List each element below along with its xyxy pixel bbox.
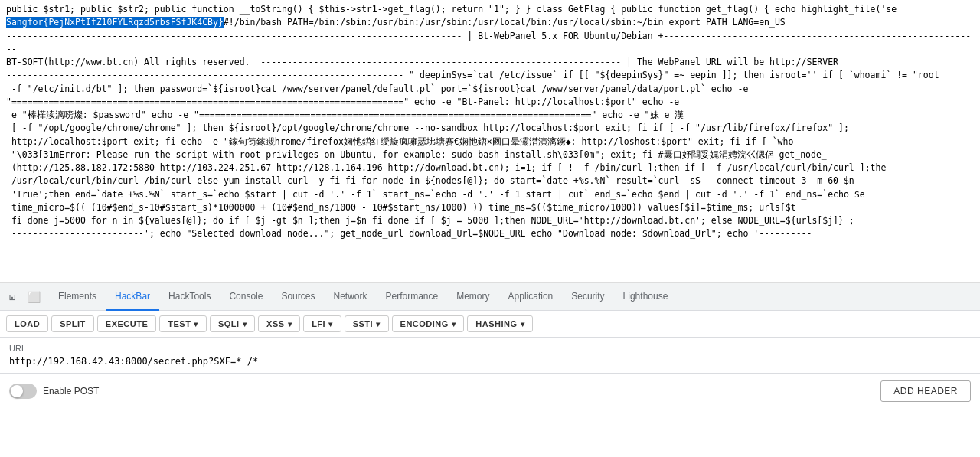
code-line-17: -------------------------'; echo "Select… (6, 227, 974, 240)
code-line-3: ----------------------------------------… (6, 30, 974, 57)
sqli-button[interactable]: SQLI ▾ (210, 315, 255, 332)
xss-arrow: ▾ (288, 320, 292, 328)
device-icon[interactable]: ⬜ (24, 288, 43, 306)
tab-network[interactable]: Network (324, 283, 376, 311)
code-line-10: http://localhost:$port exit; fi echo -e … (6, 135, 974, 149)
load-button[interactable]: LOAD (6, 315, 48, 332)
code-line-16: fi done j=5000 for n in ${values[@]}; do… (6, 214, 974, 227)
hackbar-toolbar: LOAD SPLIT EXECUTE TEST ▾ SQLI ▾ XSS ▾ L… (0, 311, 980, 338)
enable-post-toggle[interactable] (9, 384, 37, 399)
code-line-1: public $str1; public $str2; public funct… (6, 3, 974, 16)
code-line-2: Sangfor{PejNxPtIfZ10FYLRqzd5rbsFSfJK4CBy… (6, 16, 974, 29)
tab-memory[interactable]: Memory (447, 283, 498, 311)
hashing-button[interactable]: HASHING ▾ (467, 315, 533, 332)
code-line-11: "\033[31mError: Please run the script wi… (6, 149, 974, 162)
lfi-button[interactable]: LFI ▾ (303, 315, 341, 332)
url-section: URL http://192.168.42.43:8000/secret.php… (0, 338, 980, 374)
code-line-15: time_micro=$(( (10#$end_s-10#$start_s)*1… (6, 201, 974, 214)
sqli-arrow: ▾ (243, 320, 247, 328)
cursor-icon[interactable]: ⊡ (3, 288, 21, 306)
code-area: public $str1; public $str2; public funct… (0, 0, 980, 283)
tab-console[interactable]: Console (220, 283, 272, 311)
code-line-14: 'True';then end=`date +%s.%N` start_s=`e… (6, 188, 974, 201)
footer-section: Enable POST ADD HEADER (0, 374, 980, 408)
code-line-12: (http://125.88.182.172:5880 http://103.2… (6, 162, 974, 175)
split-button[interactable]: SPLIT (51, 315, 94, 332)
code-line-9: [ -f "/opt/google/chrome/chrome" ]; then… (6, 122, 974, 135)
tab-hacktools[interactable]: HackTools (159, 283, 220, 311)
ssti-arrow: ▾ (376, 320, 381, 328)
toggle-label: Enable POST (43, 386, 99, 397)
devtools-icon-group: ⊡ ⬜ (3, 288, 43, 306)
code-line-5: ----------------------------------------… (6, 69, 974, 82)
tab-hackbar[interactable]: HackBar (106, 283, 159, 311)
code-line-4: BT-SOFT(http://www.bt.cn) All rights res… (6, 56, 974, 69)
add-header-button[interactable]: ADD HEADER (880, 380, 971, 402)
url-label: URL (9, 344, 971, 353)
test-button[interactable]: TEST ▾ (159, 315, 207, 332)
code-line-8: e "棒樺渎漓嗙燦: $password" echo -e "=========… (6, 109, 974, 122)
encoding-button[interactable]: ENCODING ▾ (392, 315, 465, 332)
code-line-13: /usr/local/curl/bin/curl /bin/curl else … (6, 175, 974, 188)
toggle-knob (11, 385, 23, 397)
test-arrow: ▾ (194, 320, 198, 328)
tab-sources[interactable]: Sources (272, 283, 324, 311)
xss-button[interactable]: XSS ▾ (258, 315, 300, 332)
encoding-arrow: ▾ (452, 320, 456, 328)
devtools-tabs-bar: ⊡ ⬜ Elements HackBar HackTools Console S… (0, 283, 980, 311)
tab-application[interactable]: Application (499, 283, 563, 311)
toggle-container: Enable POST (9, 384, 99, 399)
ssti-button[interactable]: SSTI ▾ (345, 315, 389, 332)
highlight-text: Sangfor{PejNxPtIfZ10FYLRqzd5rbsFSfJK4CBy… (6, 17, 224, 28)
code-line-6: -f "/etc/init.d/bt" ]; then password=`${… (6, 83, 974, 96)
lfi-arrow: ▾ (328, 320, 333, 328)
tab-elements[interactable]: Elements (49, 283, 106, 311)
tab-performance[interactable]: Performance (376, 283, 447, 311)
hashing-arrow: ▾ (521, 320, 525, 328)
execute-button[interactable]: EXECUTE (97, 315, 156, 332)
url-value: http://192.168.42.43:8000/secret.php?SXF… (9, 356, 971, 367)
tab-lighthouse[interactable]: Lighthouse (614, 283, 678, 311)
code-line-7: "=======================================… (6, 96, 974, 109)
tab-security[interactable]: Security (562, 283, 613, 311)
